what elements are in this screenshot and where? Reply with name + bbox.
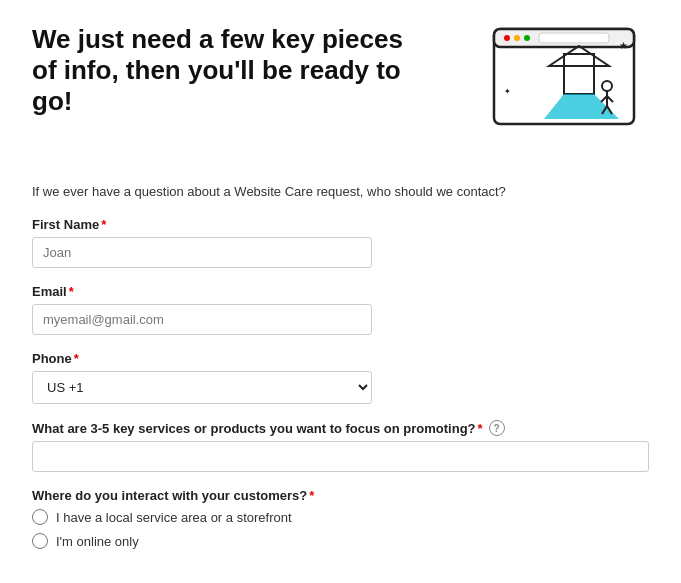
first-name-group: First Name*: [32, 217, 649, 268]
svg-rect-5: [539, 33, 609, 43]
svg-marker-6: [564, 54, 594, 94]
svg-point-9: [602, 81, 612, 91]
services-label-row: What are 3-5 key services or products yo…: [32, 420, 649, 436]
customer-interaction-label: Where do you interact with your customer…: [32, 488, 649, 503]
radio-local-label: I have a local service area or a storefr…: [56, 510, 292, 525]
svg-point-3: [514, 35, 520, 41]
services-help-icon[interactable]: ?: [489, 420, 505, 436]
header-illustration: ★ ✦: [489, 24, 649, 164]
svg-marker-7: [549, 46, 609, 66]
email-group: Email*: [32, 284, 649, 335]
first-name-input[interactable]: [32, 237, 372, 268]
page-container: We just need a few key pieces of info, t…: [0, 0, 681, 583]
email-input[interactable]: [32, 304, 372, 335]
services-input[interactable]: [32, 441, 649, 472]
first-name-label: First Name*: [32, 217, 649, 232]
phone-group: Phone* US +1 CA +1 UK +44: [32, 351, 649, 404]
svg-text:★: ★: [619, 40, 628, 51]
customer-interaction-group: Where do you interact with your customer…: [32, 488, 649, 549]
radio-online[interactable]: [32, 533, 48, 549]
svg-point-2: [504, 35, 510, 41]
phone-select[interactable]: US +1 CA +1 UK +44: [32, 371, 372, 404]
services-label: What are 3-5 key services or products yo…: [32, 421, 483, 436]
radio-local[interactable]: [32, 509, 48, 525]
header-section: We just need a few key pieces of info, t…: [32, 24, 649, 164]
svg-point-4: [524, 35, 530, 41]
svg-text:✦: ✦: [504, 87, 511, 96]
form-subtitle: If we ever have a question about a Websi…: [32, 184, 649, 199]
radio-option-online[interactable]: I'm online only: [32, 533, 649, 549]
radio-option-local[interactable]: I have a local service area or a storefr…: [32, 509, 649, 525]
radio-online-label: I'm online only: [56, 534, 139, 549]
radio-group: I have a local service area or a storefr…: [32, 509, 649, 549]
services-group: What are 3-5 key services or products yo…: [32, 420, 649, 472]
phone-label: Phone*: [32, 351, 649, 366]
page-title: We just need a few key pieces of info, t…: [32, 24, 432, 118]
email-label: Email*: [32, 284, 649, 299]
